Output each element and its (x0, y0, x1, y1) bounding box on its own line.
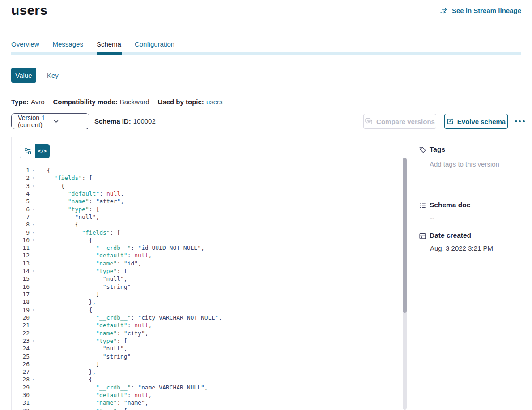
fold-arrow-icon[interactable]: ▾ (30, 267, 38, 275)
code-text: "__crdb__": "id UUID NOT NULL", (38, 244, 204, 252)
fold-arrow-icon[interactable]: ▾ (30, 221, 38, 228)
chevron-down-icon (47, 120, 83, 123)
line-number: 6 (12, 205, 30, 213)
line-number: 29 (12, 384, 30, 391)
fold-gutter (30, 391, 38, 399)
code-text: "name": "after", (38, 197, 124, 205)
tags-section: Tags (419, 145, 515, 171)
ellipsis-icon (515, 120, 517, 123)
code-view-button[interactable]: </> (35, 144, 50, 158)
code-text: "type": [ (38, 407, 128, 410)
value-toggle-button[interactable]: Value (11, 68, 36, 83)
schema-id-field: Schema ID:100002 (94, 117, 156, 125)
line-number: 19 (12, 306, 30, 314)
code-line: 9▾"fields": [ (12, 229, 393, 236)
compare-versions-button[interactable]: Compare versions (363, 114, 436, 129)
code-line: 32▾"type": [ (12, 407, 393, 410)
fold-gutter (30, 384, 38, 391)
line-number: 22 (12, 329, 30, 337)
fold-gutter (30, 329, 38, 337)
code-line: 15"null", (12, 275, 393, 282)
code-text: "null", (38, 345, 128, 352)
scrollbar-track[interactable] (403, 158, 407, 410)
fold-arrow-icon[interactable]: ▾ (30, 236, 38, 244)
fold-arrow-icon[interactable]: ▾ (30, 174, 38, 182)
line-number: 26 (12, 360, 30, 368)
fold-arrow-icon[interactable]: ▾ (30, 306, 38, 314)
tags-title: Tags (430, 145, 445, 154)
fold-arrow-icon[interactable]: ▾ (30, 407, 38, 410)
scrollbar-thumb[interactable] (403, 158, 407, 313)
code-line: 10▾{ (12, 236, 393, 244)
code-line: 8▾{ (12, 221, 393, 228)
fold-gutter (30, 290, 38, 298)
evolve-schema-button[interactable]: Evolve schema (444, 114, 508, 129)
code-text: ] (38, 360, 99, 368)
code-text: "type": [ (38, 267, 128, 275)
tab-underline-track (11, 52, 521, 55)
type-field: Type:Avro (11, 98, 44, 106)
schema-detail-card: </> 1▾{2▾"fields": [3▾{4"default": null,… (11, 137, 522, 410)
line-number: 27 (12, 368, 30, 376)
fold-gutter (30, 244, 38, 252)
tab-configuration[interactable]: Configuration (135, 40, 174, 48)
schema-view-toggle: </> (20, 144, 50, 158)
list-icon (419, 201, 426, 209)
line-number: 10 (12, 236, 30, 244)
line-number: 18 (12, 298, 30, 306)
code-text: "default": null, (38, 391, 152, 399)
code-line: 23▾"type": [ (12, 337, 393, 345)
fold-arrow-icon[interactable]: ▾ (30, 376, 38, 383)
code-line: 2▾"fields": [ (12, 174, 393, 182)
key-toggle-button[interactable]: Key (43, 68, 62, 83)
code-editor[interactable]: 1▾{2▾"fields": [3▾{4"default": null,5"na… (12, 167, 393, 410)
code-text: ] (38, 290, 99, 298)
line-number: 32 (12, 407, 30, 410)
topic-link[interactable]: users (206, 98, 223, 106)
code-text: "name": "id", (38, 260, 141, 267)
fold-arrow-icon[interactable]: ▾ (30, 182, 38, 190)
fold-arrow-icon[interactable]: ▾ (30, 167, 38, 174)
line-number: 16 (12, 283, 30, 290)
code-text: "fields": [ (38, 229, 120, 236)
code-line: 24"null", (12, 345, 393, 352)
compare-versions-icon (365, 118, 373, 125)
tab-messages[interactable]: Messages (53, 40, 83, 48)
code-line: 14▾"type": [ (12, 267, 393, 275)
code-text: }, (38, 298, 96, 306)
active-tab-underline (97, 52, 122, 55)
line-number: 23 (12, 337, 30, 345)
code-text: "name": "name", (38, 399, 149, 406)
tree-view-button[interactable] (20, 144, 35, 158)
line-number: 4 (12, 190, 30, 197)
code-line: 18}, (12, 298, 393, 306)
schema-doc-title: Schema doc (430, 201, 470, 209)
tags-input[interactable] (430, 159, 515, 171)
date-created-title: Date created (430, 231, 471, 239)
code-text: "fields": [ (38, 174, 93, 182)
code-text: "default": null, (38, 190, 124, 197)
code-text: { (38, 306, 92, 314)
code-text: "null", (38, 213, 99, 221)
code-line: 27}, (12, 368, 393, 376)
fold-gutter (30, 275, 38, 282)
fold-arrow-icon[interactable]: ▾ (30, 337, 38, 345)
version-dropdown[interactable]: Version 1 (current) (11, 113, 89, 129)
fold-arrow-icon[interactable]: ▾ (30, 229, 38, 236)
tab-overview[interactable]: Overview (11, 40, 39, 48)
fold-arrow-icon[interactable]: ▾ (30, 205, 38, 213)
line-number: 21 (12, 321, 30, 329)
code-line: 28▾{ (12, 376, 393, 383)
line-number: 24 (12, 345, 30, 352)
code-text: "default": null, (38, 321, 152, 329)
fold-gutter (30, 190, 38, 197)
more-options-button[interactable] (512, 116, 528, 127)
stream-lineage-link[interactable]: See in Stream lineage (440, 7, 521, 14)
code-text: { (38, 376, 92, 383)
tab-schema[interactable]: Schema (97, 40, 121, 48)
code-text: "name": "city", (38, 329, 149, 337)
code-line: 3▾{ (12, 182, 393, 190)
fold-gutter (30, 197, 38, 205)
code-line: 29"__crdb__": "name VARCHAR NULL", (12, 384, 393, 391)
tag-icon (419, 146, 426, 154)
